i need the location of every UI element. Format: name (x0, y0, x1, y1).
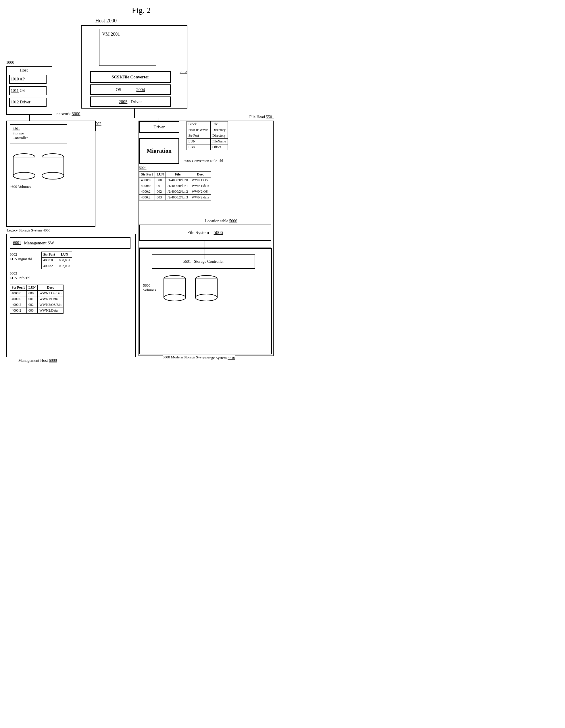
host-2000-label: Host 2000 (95, 18, 117, 24)
os-1011-box: 1011 OS (9, 86, 47, 95)
drum-icon-2 (195, 275, 218, 303)
driver-label: 2005 Driver (119, 99, 142, 104)
drum-icon-1 (163, 275, 186, 303)
driver-5002-box: Driver (139, 121, 179, 133)
lun-info-label: LUN Info Tbl (10, 276, 31, 280)
migration-id: 5004 (139, 165, 146, 170)
controller-5601-box: 5601 Storage Controller (152, 254, 255, 269)
converter-id: 2003 (180, 69, 187, 74)
driver-1012-id: 1012 Driver (11, 100, 30, 105)
vm-label: VM 2001 (102, 32, 120, 37)
vline-legacy (29, 115, 30, 121)
vline-mgmt2 (138, 121, 139, 131)
volume-drums (163, 275, 218, 303)
driver-1012-box: 1012 Driver (9, 98, 47, 107)
lun-info-id: 6003 (10, 271, 17, 276)
management-host-label: Management Host 6000 (18, 358, 57, 363)
vline-network-fh (159, 118, 159, 121)
host-label: Host (20, 68, 28, 73)
conversion-rule-label: 5005 Conversion Rule Tbl (184, 159, 223, 163)
location-table-label: Location table 5006 (205, 219, 237, 223)
storage-system-box: Storage System 5510 5601 Storage Control… (140, 248, 272, 354)
os-2004-box: OS 2004 (90, 84, 171, 95)
figure-title: Fig. 2 (6, 6, 277, 15)
legacy-storage-label: Legacy Storage System 4000 (7, 228, 51, 233)
lun-mgmt-id: 6002 (10, 252, 17, 257)
host-1000-box: 1000 Host 1010 AP 1011 OS 1012 Driver (6, 66, 52, 115)
modern-storage-box: 5000 Modern Storage System Storage Syste… (139, 248, 271, 354)
svg-point-8 (13, 172, 35, 179)
svg-point-5 (195, 294, 217, 301)
vline-driver (134, 108, 135, 118)
legacy-storage-box: Legacy Storage System 4000 4501StorageCo… (6, 121, 95, 227)
volumes-4600-label: 4600 Volumes (10, 184, 31, 189)
scsi-converter-box: SCSI/File Converter (90, 71, 171, 83)
hline-mgmt (95, 131, 139, 131)
ap-id: 1010 AP (11, 77, 25, 82)
modern-storage-label: 5000 Modern Storage System (163, 355, 207, 360)
lun-mgmt-label: LUN mgmt tbl (10, 257, 32, 261)
os-1011-id: 1011 OS (11, 88, 25, 93)
management-host-box: Management Host 6000 6001 Management SW … (6, 234, 136, 357)
file-system-box: File System 5006 (139, 225, 271, 241)
driver-5002-label: Driver (153, 125, 165, 130)
vline-fs-ms (204, 241, 205, 259)
lun-info-table: Str PorftLUNDesc 4000:0000WWN1:OS/Bin 40… (10, 285, 63, 314)
migration-label: Migration (146, 148, 171, 154)
legacy-volume-drums (13, 153, 64, 181)
svg-point-2 (164, 294, 186, 301)
os-label: OS 2004 (116, 87, 145, 92)
file-head-outer-box: File Head 5501 Mgmt 5002Network7000 Driv… (138, 121, 273, 356)
host-1000-label: 1000 (6, 60, 14, 65)
mgmt-sw-id: 6001 (13, 241, 21, 245)
network-line (6, 118, 207, 118)
scsi-label: SCSI/File Converter (111, 75, 149, 80)
svg-point-11 (42, 172, 64, 179)
controller-5601-label: 5601 Storage Controller (183, 259, 223, 264)
mgmt-sw-label: Management SW (24, 241, 54, 246)
legacy-drum-2 (41, 153, 64, 181)
lun-mgmt-table: Str PortLUN 4000:0000,001 4000:2002,003 (41, 252, 72, 269)
conversion-rule-table: Str PortLUNFileDesc 4000:0000/1/4000:0/l… (139, 171, 211, 200)
storage-system-label: Storage System 5510 (203, 356, 235, 360)
legacy-drum-1 (13, 153, 36, 181)
file-system-label: File System 5006 (187, 230, 223, 235)
network-label: network 3000 (57, 111, 80, 116)
file-head-label: File Head 5501 (249, 115, 274, 119)
storage-controller-4501-label: 4501StorageController (13, 126, 28, 140)
vline-mgmt1 (95, 121, 96, 131)
vm-2001-box: VM 2001 (99, 29, 156, 66)
file-head-table: BlockFile Host IF WWNDirectory Str PortD… (186, 121, 228, 150)
migration-box: Migration (139, 138, 179, 164)
host-2000-box: VM 2001 SCSI/File Converter 2003 OS 2004… (81, 25, 187, 109)
volumes-5600-label: 5600Volumes (143, 283, 156, 292)
ap-box: 1010 AP (9, 75, 47, 84)
mgmt-sw-box: 6001 Management SW (10, 237, 130, 249)
storage-controller-4501-box: 4501StorageController (10, 124, 67, 144)
driver-2005-box: 2005 Driver (90, 96, 171, 107)
